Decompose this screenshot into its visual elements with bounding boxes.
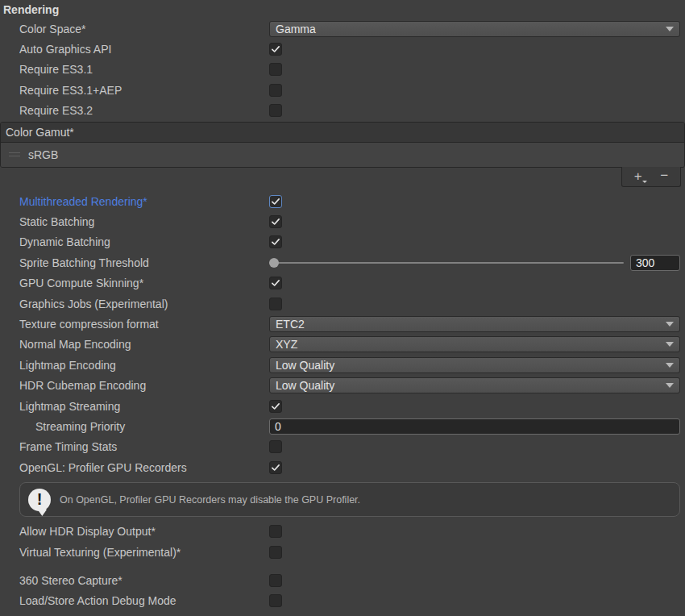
sprite-batching-threshold-slider[interactable] — [269, 256, 624, 269]
sprite-batching-threshold-label: Sprite Batching Threshold — [19, 256, 269, 269]
graphics-jobs-experimental-row: Graphics Jobs (Experimental) — [0, 293, 685, 314]
load-store-action-debug-mode-checkbox[interactable] — [269, 594, 282, 607]
require-es31-aep-row: Require ES3.1+AEP — [0, 80, 685, 100]
color-gamut-footer-row: + − — [0, 168, 685, 188]
color-gamut-list: Color Gamut* sRGB — [0, 122, 685, 168]
360-stereo-capture-checkbox[interactable] — [269, 574, 282, 587]
allow-hdr-display-output-label: Allow HDR Display Output* — [19, 525, 269, 538]
color-gamut-item-label: sRGB — [28, 148, 58, 161]
normal-map-encoding-label: Normal Map Encoding — [19, 338, 269, 351]
load-store-action-debug-mode-control — [269, 594, 680, 607]
auto-graphics-api-label: Auto Graphics API — [19, 43, 269, 56]
frame-timing-stats-control — [269, 440, 680, 453]
sprite-batching-threshold-control — [269, 255, 680, 271]
multithreaded-rendering-row: Multithreaded Rendering* — [0, 191, 685, 211]
bottom-rows-group-a: Allow HDR Display Output*Virtual Texturi… — [0, 521, 685, 562]
require-es31-aep-control — [269, 84, 680, 97]
color-gamut-header-label: Color Gamut* — [6, 126, 74, 139]
require-es31-aep-checkbox[interactable] — [269, 84, 282, 97]
360-stereo-capture-label: 360 Stereo Capture* — [19, 574, 269, 587]
multithreaded-rendering-control — [269, 195, 680, 208]
auto-graphics-api-row: Auto Graphics API — [0, 39, 685, 59]
texture-compression-format-dropdown[interactable]: ETC2 — [269, 316, 680, 332]
color-space-dropdown[interactable]: Gamma — [269, 21, 680, 37]
lightmap-encoding-row: Lightmap EncodingLow Quality — [0, 355, 685, 375]
static-batching-row: Static Batching — [0, 211, 685, 231]
info-box-text: On OpenGL, Profiler GPU Recorders may di… — [60, 494, 360, 506]
require-es31-label: Require ES3.1 — [19, 63, 269, 76]
chevron-down-icon — [666, 27, 674, 31]
allow-hdr-display-output-control — [269, 525, 680, 538]
frame-timing-stats-label: Frame Timing Stats — [19, 440, 269, 453]
lightmap-encoding-dropdown-value: Low Quality — [276, 359, 666, 372]
hdr-cubemap-encoding-row: HDR Cubemap EncodingLow Quality — [0, 375, 685, 395]
add-item-button[interactable]: + — [628, 169, 649, 185]
texture-compression-format-row: Texture compression formatETC2 — [0, 314, 685, 334]
slider-thumb[interactable] — [269, 258, 279, 268]
bottom-rows-group-b: 360 Stereo Capture*Load/Store Action Deb… — [0, 570, 685, 611]
require-es31-checkbox[interactable] — [269, 63, 282, 76]
require-es31-aep-label: Require ES3.1+AEP — [19, 84, 269, 97]
auto-graphics-api-control — [269, 43, 680, 56]
streaming-priority-row: Streaming Priority — [0, 416, 685, 436]
hdr-cubemap-encoding-dropdown[interactable]: Low Quality — [269, 377, 680, 393]
require-es31-control — [269, 63, 680, 76]
static-batching-checkbox[interactable] — [269, 215, 282, 228]
graphics-jobs-experimental-control — [269, 298, 680, 310]
dynamic-batching-row: Dynamic Batching — [0, 232, 685, 252]
sprite-batching-threshold-row: Sprite Batching Threshold — [0, 252, 685, 273]
dropdown-caret-icon — [642, 181, 647, 183]
info-box: ! On OpenGL, Profiler GPU Recorders may … — [19, 482, 680, 517]
color-gamut-footer: + − — [621, 167, 681, 187]
require-es32-label: Require ES3.2 — [19, 104, 269, 117]
graphics-jobs-experimental-label: Graphics Jobs (Experimental) — [19, 298, 269, 310]
normal-map-encoding-row: Normal Map EncodingXYZ — [0, 335, 685, 355]
color-space-label: Color Space* — [19, 23, 269, 35]
virtual-texturing-experimental-label: Virtual Texturing (Experimental)* — [19, 546, 269, 559]
section-header: Rendering — [0, 0, 685, 19]
360-stereo-capture-row: 360 Stereo Capture* — [0, 570, 685, 590]
player-settings-rendering-panel: Rendering Color Space*GammaAuto Graphics… — [0, 0, 685, 616]
chevron-down-icon — [666, 363, 674, 368]
virtual-texturing-experimental-row: Virtual Texturing (Experimental)* — [0, 542, 685, 562]
dynamic-batching-label: Dynamic Batching — [19, 235, 269, 248]
gpu-compute-skinning-checkbox[interactable] — [269, 277, 282, 289]
gpu-compute-skinning-control — [269, 277, 680, 289]
graphics-jobs-experimental-checkbox[interactable] — [269, 298, 282, 310]
streaming-priority-control — [269, 418, 680, 435]
static-batching-label: Static Batching — [19, 215, 269, 228]
texture-compression-format-label: Texture compression format — [19, 318, 269, 331]
multithreaded-rendering-label: Multithreaded Rendering* — [19, 195, 269, 208]
sprite-batching-threshold-value-field[interactable] — [630, 255, 680, 271]
lightmap-streaming-checkbox[interactable] — [269, 400, 282, 413]
360-stereo-capture-control — [269, 574, 680, 587]
frame-timing-stats-checkbox[interactable] — [269, 440, 282, 453]
normal-map-encoding-control: XYZ — [269, 336, 680, 352]
streaming-priority-field[interactable] — [269, 418, 680, 435]
color-gamut-list-item[interactable]: sRGB — [1, 143, 684, 167]
virtual-texturing-experimental-checkbox[interactable] — [269, 546, 282, 559]
require-es32-checkbox[interactable] — [269, 104, 282, 117]
virtual-texturing-experimental-control — [269, 546, 680, 559]
opengl-profiler-gpu-recorders-checkbox[interactable] — [269, 461, 282, 474]
lightmap-streaming-control — [269, 400, 680, 413]
texture-compression-format-control: ETC2 — [269, 316, 680, 332]
auto-graphics-api-checkbox[interactable] — [269, 43, 282, 56]
main-rows-group: Multithreaded Rendering*Static BatchingD… — [0, 191, 685, 477]
load-store-action-debug-mode-row: Load/Store Action Debug Mode — [0, 591, 685, 611]
color-gamut-header[interactable]: Color Gamut* — [1, 123, 684, 143]
dynamic-batching-checkbox[interactable] — [269, 235, 282, 248]
top-rows-group: Color Space*GammaAuto Graphics APIRequir… — [0, 19, 685, 121]
streaming-priority-label: Streaming Priority — [35, 420, 269, 433]
allow-hdr-display-output-checkbox[interactable] — [269, 525, 282, 538]
hdr-cubemap-encoding-dropdown-value: Low Quality — [276, 379, 666, 392]
drag-handle-icon[interactable] — [9, 152, 20, 156]
normal-map-encoding-dropdown[interactable]: XYZ — [269, 336, 680, 352]
require-es32-row: Require ES3.2 — [0, 101, 685, 121]
normal-map-encoding-dropdown-value: XYZ — [276, 338, 666, 351]
remove-item-button[interactable]: − — [654, 169, 675, 185]
lightmap-encoding-dropdown[interactable]: Low Quality — [269, 357, 680, 373]
multithreaded-rendering-checkbox[interactable] — [269, 195, 282, 208]
color-space-control: Gamma — [269, 21, 680, 37]
require-es31-row: Require ES3.1 — [0, 60, 685, 80]
